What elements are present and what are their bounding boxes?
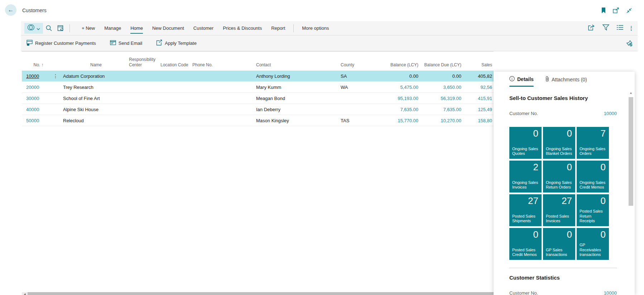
menu-item[interactable]: Report [271,23,285,34]
tab-attachments[interactable]: Attachments (0) [546,76,587,87]
bookmark-icon[interactable] [601,7,606,14]
factbox-section-title: Sell-to Customer Sales History [509,95,617,101]
cue-tile[interactable]: 0 Ongoing Sales Return Orders [543,161,575,192]
factbox-panel: Details Attachments (0) Sell-to Customer… [494,72,635,295]
factbox-tabs: Details Attachments (0) [509,76,617,87]
balance-link[interactable]: 0.00 [409,73,418,79]
cue-tile[interactable]: 27 Posted Sales Shipments [509,194,542,226]
cue-label: Ongoing Sales Quotes [512,147,540,157]
menu-item[interactable]: Prices & Discounts [223,23,262,34]
menu-item[interactable]: More options [302,23,329,34]
menu-item[interactable]: + New [82,23,95,34]
horizontal-scrollbar-thumb[interactable] [28,292,494,295]
column-header-county[interactable]: County [341,62,376,68]
menu-item[interactable]: New Document [152,23,184,34]
scroll-up-arrow-icon[interactable]: ▲ [628,90,634,96]
tab-details[interactable]: Details [509,76,534,87]
vertical-scrollbar-thumb[interactable] [629,97,633,206]
balance-link[interactable]: 7,635.00 [400,107,418,112]
list-options-icon[interactable] [617,25,623,32]
share-icon[interactable] [588,24,595,32]
balance-due-link[interactable]: 3,650.00 [443,85,461,90]
cue-tile[interactable]: 0 GP Receivables transactions [577,228,609,260]
views-button[interactable] [24,23,43,34]
contact-name: Meagan Bond [256,96,341,101]
row-context-menu-icon[interactable]: ⋮ [51,73,60,79]
column-header-phone-no[interactable]: Phone No. [192,62,256,68]
sales-link[interactable]: 415,91 [478,96,492,101]
vertical-scrollbar[interactable]: ▲ [628,90,634,295]
menu-item[interactable]: Home [130,23,143,34]
cue-tile[interactable]: 0 GP Sales transactions [543,228,575,260]
balance-due-link[interactable]: 56,319.00 [441,96,461,101]
cue-tile[interactable]: 2 Ongoing Sales Invoices [509,161,542,192]
cue-tile[interactable]: 0 Ongoing Sales Credit Memos [577,161,609,192]
table-row[interactable]: 40000 Alpine Ski House Ian Deberry 7,635… [22,104,494,115]
sales-link[interactable]: 405,82 [478,73,492,79]
apply-template-icon [156,40,162,47]
cue-value: 7 [601,128,606,139]
cue-tile[interactable]: 0 Posted Sales Return Receipts [577,194,609,226]
table-row[interactable]: 20000 Trey Research Mary Kumm WA 5,475.0… [22,82,494,93]
customer-no-link[interactable]: 40000 [26,107,39,112]
cue-label: Ongoing Sales Orders [580,147,607,157]
cue-value: 0 [567,128,572,139]
customer-name: Trey Research [60,85,129,90]
customer-no-link[interactable]: 20000 [26,85,39,90]
menu-item[interactable]: Customer [193,23,213,34]
column-header-contact[interactable]: Contact [256,62,341,68]
balance-link[interactable]: 15,770.00 [398,118,418,123]
balance-due-link[interactable]: 10,270.00 [441,118,461,123]
chevron-down-icon [37,25,40,32]
balance-due-link[interactable]: 7,635.00 [443,107,461,112]
open-in-new-window-icon[interactable] [613,8,619,14]
analyze-icon[interactable] [54,23,66,34]
column-header-no[interactable]: No. ↑ [22,62,51,68]
customer-no-value[interactable]: 10000 [604,111,617,116]
table-row[interactable]: 10000 ⋮ Adatum Corporation Anthony Lordi… [22,71,494,82]
sales-link[interactable]: 125,49 [478,107,492,112]
filter-icon[interactable] [602,24,609,32]
info-icon[interactable]: i [631,25,632,32]
menu-item[interactable]: Manage [104,23,121,34]
statistics-customer-no-value[interactable]: 10000 [604,290,617,295]
column-header-sales[interactable]: Sales [463,62,494,68]
column-header-location-code[interactable]: Location Code [160,62,192,68]
apply-template-button[interactable]: Apply Template [154,38,199,48]
cue-tile[interactable]: 0 Ongoing Sales Blanket Orders [543,127,575,159]
customer-no-link[interactable]: 10000 [26,73,39,79]
cue-label: Posted Sales Return Receipts [580,209,607,224]
county: WA [341,85,376,90]
sales-link[interactable]: 92,56 [480,85,492,90]
collapse-icon[interactable] [626,8,632,14]
unpin-icon[interactable] [626,40,633,48]
column-header-balance[interactable]: Balance (LCY) [376,62,420,68]
search-icon[interactable] [43,23,54,34]
table-row[interactable]: 50000 Relecloud Mason Kingsley TAS 15,77… [22,115,494,126]
cue-tile[interactable]: 27 Posted Sales Invoices [543,194,575,226]
back-button[interactable]: ← [5,4,16,16]
column-header-balance-due[interactable]: Balance Due (LCY) [420,62,463,68]
balance-link[interactable]: 95,193.00 [398,96,418,101]
cue-label: Posted Sales Credit Memos [512,248,540,258]
column-header-responsibility-center[interactable]: Responsibility Center [129,57,160,68]
title-bar: ← Customers [0,0,644,21]
cue-label: Ongoing Sales Return Orders [546,180,574,190]
balance-link[interactable]: 5,475.00 [400,85,418,90]
balance-due-link[interactable]: 0.00 [452,73,461,79]
scroll-left-arrow-icon[interactable]: ◀ [22,292,28,295]
table-row[interactable]: 30000 School of Fine Art Meagan Bond 95,… [22,93,494,104]
cue-tile[interactable]: 0 Ongoing Sales Quotes [509,127,542,159]
horizontal-scrollbar[interactable]: ◀ [22,292,494,295]
cue-value: 0 [601,162,606,173]
customer-no-link[interactable]: 50000 [26,118,39,123]
cue-value: 27 [528,195,538,206]
customer-no-link[interactable]: 30000 [26,96,39,101]
sales-link[interactable]: 158,80 [478,118,492,123]
cue-label: Posted Sales Shipments [512,214,540,224]
cue-tile[interactable]: 0 Posted Sales Credit Memos [509,228,542,260]
cue-tile[interactable]: 7 Ongoing Sales Orders [577,127,609,159]
send-email-button[interactable]: Send Email [108,39,144,48]
column-header-name[interactable]: Name [60,62,129,68]
register-customer-payments-button[interactable]: Register Customer Payments [24,38,98,48]
